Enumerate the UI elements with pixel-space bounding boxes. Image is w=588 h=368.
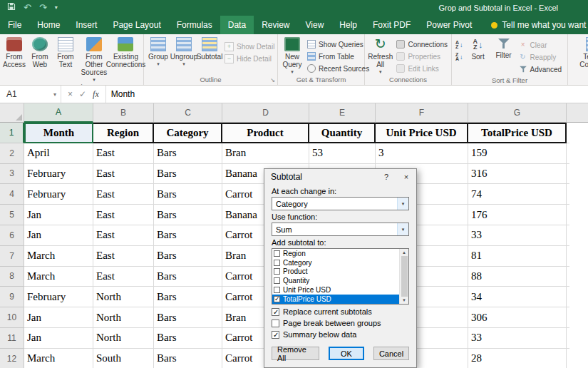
grid-cell-empty[interactable]	[567, 225, 569, 246]
row-header[interactable]: 9	[0, 287, 24, 307]
qat-customize-icon[interactable]: ▾	[55, 0, 58, 16]
grid-cell[interactable]: March	[24, 246, 93, 267]
ungroup-button[interactable]: Ungroup ▾	[171, 36, 197, 66]
cell-f1[interactable]: Unit Price USD	[376, 123, 468, 143]
sort-ascending-button[interactable]: AZ ↓	[455, 40, 463, 50]
grid-cell[interactable]: March	[24, 267, 93, 287]
grid-cell[interactable]: 34	[468, 287, 567, 307]
grid-cell[interactable]: East	[93, 205, 154, 225]
at-each-change-dropdown[interactable]: Category ▾	[272, 197, 409, 210]
row-header[interactable]: 12	[0, 349, 24, 368]
grid-cell[interactable]: 53	[309, 143, 376, 164]
checkbox-icon[interactable]	[274, 250, 280, 257]
grid-cell[interactable]: February	[24, 164, 93, 185]
ribbon-tab[interactable]: Formulas	[169, 16, 220, 34]
dialog-help-icon[interactable]: ?	[376, 169, 396, 184]
edit-links-button[interactable]: Edit Links	[396, 63, 448, 73]
grid-cell[interactable]: North	[93, 328, 154, 349]
subtotal-list-item[interactable]: Quantity	[272, 276, 399, 285]
sort-button[interactable]: AZ ↓ Sort	[465, 36, 491, 61]
row-header[interactable]: 11	[0, 328, 24, 349]
ribbon-tab[interactable]: Home	[29, 16, 68, 34]
advanced-filter-button[interactable]: Advanced	[519, 64, 562, 74]
clear-filter-button[interactable]: × Clear	[519, 40, 562, 50]
grid-cell-empty[interactable]	[567, 143, 569, 164]
dropdown-arrow-icon[interactable]: ▾	[397, 223, 408, 235]
formula-cancel-icon[interactable]: ×	[68, 89, 73, 99]
grid-cell[interactable]: Bars	[154, 267, 222, 287]
from-web-button[interactable]: From Web	[27, 36, 53, 69]
grid-cell[interactable]: East	[93, 164, 154, 185]
from-text-button[interactable]: From Text	[53, 36, 78, 69]
cell-d1[interactable]: Product	[222, 123, 309, 143]
new-query-button[interactable]: New Query ▾	[279, 36, 305, 74]
save-icon[interactable]	[7, 0, 16, 16]
checkbox-icon[interactable]	[274, 277, 280, 284]
column-header-e[interactable]: E	[309, 103, 376, 123]
grid-cell-empty[interactable]	[567, 349, 569, 368]
listbox-scrollbar[interactable]: ▲ ▼	[399, 249, 408, 304]
grid-cell-empty[interactable]	[567, 123, 569, 143]
row-header[interactable]: 10	[0, 307, 24, 328]
from-other-sources-button[interactable]: From Other Sources ▾	[78, 36, 110, 82]
grid-cell[interactable]: April	[24, 143, 93, 164]
grid-cell[interactable]: Bars	[154, 143, 222, 164]
grid-cell-empty[interactable]	[567, 164, 569, 185]
grid-cell[interactable]: 81	[468, 246, 567, 267]
grid-cell[interactable]: 74	[468, 184, 567, 205]
select-all-corner[interactable]	[0, 103, 24, 123]
subtotal-button[interactable]: Subtotal	[197, 36, 222, 61]
ribbon-tab[interactable]: Data	[220, 16, 254, 34]
grid-cell[interactable]: 306	[468, 307, 567, 328]
grid-cell[interactable]: 28	[468, 349, 567, 368]
subtotal-list-item[interactable]: Region	[272, 249, 399, 258]
grid-cell[interactable]: Jan	[24, 307, 93, 328]
grid-cell-empty[interactable]	[567, 246, 569, 267]
grid-cell[interactable]: East	[93, 225, 154, 246]
grid-cell[interactable]: 176	[468, 205, 567, 225]
ribbon-tab[interactable]: Help	[331, 16, 365, 34]
dialog-option[interactable]: Replace current subtotals	[272, 307, 409, 316]
remove-all-button[interactable]: Remove All	[272, 347, 319, 360]
from-table-button[interactable]: From Table	[307, 51, 369, 61]
ribbon-tab[interactable]: Page Layout	[105, 16, 168, 34]
grid-cell[interactable]: Jan	[24, 205, 93, 225]
dialog-option[interactable]: Summary below data	[272, 330, 409, 339]
grid-cell[interactable]: 3	[376, 143, 468, 164]
ok-button[interactable]: OK	[329, 347, 364, 360]
show-detail-button[interactable]: + Show Detail	[225, 41, 274, 51]
add-subtotal-listbox[interactable]: Region Category Product Quantity	[272, 248, 409, 305]
tell-me-box[interactable]: Tell me what you want to do	[491, 16, 588, 34]
grid-cell[interactable]: 33	[468, 225, 567, 246]
ribbon-tab[interactable]: Foxit PDF	[365, 16, 418, 34]
grid-cell[interactable]: February	[24, 287, 93, 307]
column-header-c[interactable]: C	[154, 103, 222, 123]
grid-cell[interactable]: Bars	[154, 246, 222, 267]
cell-a1-selected[interactable]: Month	[24, 123, 93, 143]
column-header-f[interactable]: F	[376, 103, 468, 123]
row-header[interactable]: 6	[0, 225, 24, 246]
column-header-b[interactable]: B	[93, 103, 154, 123]
connections-button[interactable]: Connections	[396, 39, 448, 49]
grid-cell-empty[interactable]	[567, 287, 569, 307]
column-header-d[interactable]: D	[222, 103, 309, 123]
reapply-button[interactable]: ↻ Reapply	[519, 52, 562, 62]
checkbox-icon[interactable]	[272, 331, 279, 339]
row-header[interactable]: 8	[0, 267, 24, 287]
grid-cell-empty[interactable]	[567, 184, 569, 205]
grid-cell[interactable]: North	[93, 307, 154, 328]
cell-g1[interactable]: TotalPrice USD	[468, 123, 567, 143]
text-to-columns-button[interactable]: Text to Columns	[569, 36, 588, 69]
properties-button[interactable]: Properties	[396, 51, 448, 61]
formula-input[interactable]: Month	[106, 86, 588, 103]
checkbox-icon[interactable]	[272, 308, 279, 316]
use-function-dropdown[interactable]: Sum ▾	[272, 223, 409, 236]
grid-cell[interactable]: Bars	[154, 164, 222, 185]
ribbon-tab[interactable]: Insert	[68, 16, 105, 34]
row-header[interactable]: 2	[0, 143, 24, 164]
grid-cell[interactable]: East	[93, 267, 154, 287]
ribbon-tab[interactable]: View	[298, 16, 332, 34]
grid-cell[interactable]: North	[93, 287, 154, 307]
subtotal-list-item[interactable]: TotalPrice USD	[272, 295, 399, 304]
existing-connections-button[interactable]: Existing Connections	[110, 36, 142, 69]
